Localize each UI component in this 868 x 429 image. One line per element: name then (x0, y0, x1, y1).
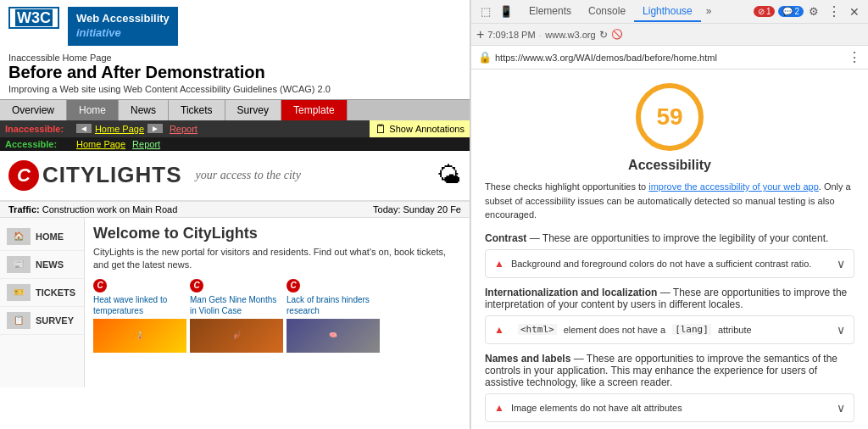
nav-tickets[interactable]: 🎫 TICKETS (0, 279, 84, 307)
accessibility-desc: These checks highlight opportunities to … (485, 180, 854, 222)
home-icon: 🏠 (7, 228, 31, 245)
i18n-header-bold: Internationalization and localization (485, 287, 657, 298)
tab-console[interactable]: Console (580, 2, 634, 22)
welcome-text: CityLights is the new portal for visitor… (93, 246, 461, 272)
accessible-report-link[interactable]: Report (132, 139, 160, 149)
nav-survey[interactable]: 📋 SURVEY (0, 307, 84, 335)
tab-news[interactable]: News (119, 100, 169, 120)
welcome-title: Welcome to CityLights (93, 225, 461, 242)
news-card-header-0: C (93, 279, 186, 292)
device-icon[interactable]: 📱 (497, 3, 515, 21)
news-card-0: C Heat wave linked to temperatures 🌡️ (93, 279, 186, 353)
audit-triangle-icon: ▲ (494, 258, 504, 270)
news-card-title-1[interactable]: Man Gets Nine Months in Violin Case (190, 294, 283, 316)
show-label: Show (389, 124, 413, 134)
nav-home[interactable]: 🏠 HOME (0, 223, 84, 251)
settings-icon[interactable]: ⚙ (805, 5, 822, 18)
accessible-label: Accessible: (5, 139, 73, 149)
inaccessible-report-link[interactable]: Report (170, 124, 198, 134)
arrow-right[interactable]: ► (147, 124, 163, 133)
timestamp: 7:09:18 PM (487, 30, 535, 40)
nav-home-label: HOME (36, 231, 64, 242)
news-card-img-1: 🎻 (190, 319, 283, 353)
nav-survey-label: SURVEY (36, 315, 74, 326)
devtools-topbar: ⬚ 📱 Elements Console Lighthouse » ⊘ 1 💬 … (471, 0, 868, 24)
inspect-icon[interactable]: ⬚ (476, 3, 495, 21)
audit-lang[interactable]: ▲ <html> element does not have a [lang] … (485, 315, 854, 344)
warning-badge: 💬 2 (778, 6, 804, 17)
audit-contrast-text: Background and foreground colors do not … (511, 259, 811, 269)
inaccessible-home-link[interactable]: Home Page (95, 124, 144, 134)
citylights-c-icon: C (8, 160, 39, 191)
wai-title: Web Accessibility (76, 12, 170, 26)
accessible-home-link[interactable]: Home Page (76, 139, 125, 149)
arrow-left[interactable]: ◄ (76, 124, 92, 133)
tab-elements[interactable]: Elements (520, 2, 580, 22)
news-card-img-0: 🌡️ (93, 319, 186, 353)
news-cards: C Heat wave linked to temperatures 🌡️ C … (93, 279, 461, 353)
inaccessible-page-label: Inaccessible Home Page (8, 53, 461, 63)
news-card-header-1: C (190, 279, 283, 292)
no-icon[interactable]: 🚫 (611, 29, 623, 40)
tab-overview[interactable]: Overview (0, 100, 67, 120)
traffic-info: Traffic: Construction work on Main Road (8, 204, 177, 214)
devtools-badges: ⊘ 1 💬 2 (754, 6, 804, 17)
annotations-label: Annotations (415, 124, 465, 134)
news-card-title-2[interactable]: Lack of brains hinders research (287, 294, 380, 316)
contrast-header-bold: Contrast (485, 232, 526, 244)
close-icon[interactable]: ✕ (846, 5, 863, 19)
domain-text: www.w3.org (545, 30, 595, 40)
more-tabs-btn[interactable]: » (701, 2, 717, 22)
news-card-img-2: 🧠 (287, 319, 380, 353)
url-more-icon[interactable]: ⋮ (848, 49, 861, 65)
audit-alt-triangle: ▲ (494, 402, 504, 414)
more-options-icon[interactable]: ⋮ (824, 3, 844, 20)
news-c-icon-0: C (93, 279, 107, 292)
accessible-row: Accessible: Home Page Report (0, 137, 470, 151)
audit-lang-mid: element does not have a (564, 325, 665, 335)
w3c-header: W3C Web Accessibility initiative (0, 0, 470, 49)
devtools-tabs: Elements Console Lighthouse » (520, 2, 752, 22)
audit-lang-chevron: ∨ (837, 323, 845, 337)
score-circle: 59 (636, 83, 704, 151)
weather-icon: 🌤 (437, 161, 461, 189)
accessible-cell: Accessible: Home Page Report (0, 137, 165, 151)
devtools-urlbar1: + 7:09:18 PM - www.w3.org ↻ 🚫 (471, 24, 868, 46)
devtools-urlbar2: 🔒 https://www.w3.org/WAI/demos/bad/befor… (471, 46, 868, 70)
news-card-title-0[interactable]: Heat wave linked to temperatures (93, 294, 186, 316)
tab-home[interactable]: Home (67, 100, 119, 120)
audit-contrast[interactable]: ▲ Background and foreground colors do no… (485, 249, 854, 278)
audit-lang-triangle: ▲ (494, 324, 504, 336)
audit-alt[interactable]: ▲ Image elements do not have alt attribu… (485, 393, 854, 422)
reload-icon[interactable]: ↻ (599, 29, 608, 41)
nav-tickets-label: TICKETS (36, 287, 75, 298)
nav-tabs: Overview Home News Tickets Survey Templa… (0, 99, 470, 120)
tab-tickets[interactable]: Tickets (169, 100, 225, 120)
lock-icon: 🔒 (478, 51, 492, 64)
devtools-panel: ⬚ 📱 Elements Console Lighthouse » ⊘ 1 💬 … (470, 0, 868, 429)
tab-lighthouse[interactable]: Lighthouse (634, 2, 701, 22)
page-title: Before and After Demonstration (8, 63, 461, 82)
access-row: Inaccessible: ◄ Home Page ► Report 🗒 Sho… (0, 120, 470, 137)
citylights-logo: C CITYLIGHTS (8, 160, 182, 191)
annotation-icon: 🗒 (375, 122, 387, 136)
audit-lang-post: attribute (718, 325, 752, 335)
tab-template[interactable]: Template (281, 100, 348, 120)
show-annotations-btn[interactable]: 🗒 Show Annotations (370, 120, 470, 137)
inaccessible-cell: Inaccessible: ◄ Home Page ► Report (0, 120, 203, 137)
improve-link[interactable]: improve the accessibility of your web ap… (648, 181, 819, 192)
news-card-2: C Lack of brains hinders research 🧠 (287, 279, 380, 353)
citylights-tagline: your access to the city (196, 169, 301, 182)
news-card-header-2: C (287, 279, 380, 292)
contrast-desc: — These are opportunities to improve the… (530, 232, 829, 244)
traffic-label: Traffic: (8, 204, 40, 214)
page-title-area: Inaccessible Home Page Before and After … (0, 49, 470, 99)
tab-survey[interactable]: Survey (225, 100, 281, 120)
names-header: Names and labels — These are opportuniti… (485, 353, 854, 388)
nav-news[interactable]: 📰 NEWS (0, 251, 84, 279)
wai-badge: Web Accessibility initiative (68, 7, 178, 46)
new-tab-icon[interactable]: + (476, 27, 484, 42)
left-nav: 🏠 HOME 📰 NEWS 🎫 TICKETS 📋 SURVEY (0, 218, 85, 387)
audit-alt-chevron: ∨ (837, 401, 845, 415)
score-value: 59 (656, 103, 682, 131)
